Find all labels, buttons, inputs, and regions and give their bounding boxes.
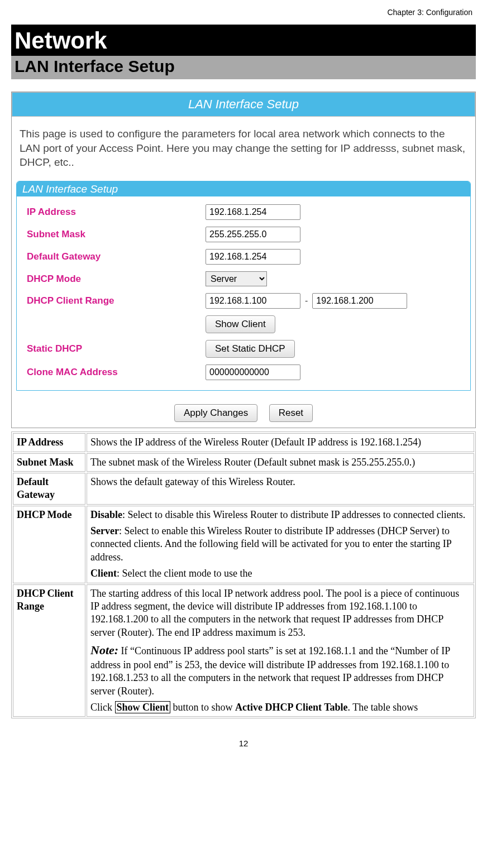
label-dhcp-mode: DHCP Mode (27, 274, 206, 285)
row-dhcp-mode: DHCP Mode Server (27, 268, 464, 290)
row-clone-mac: Clone MAC Address (27, 361, 464, 383)
row-static-dhcp: Static DHCP Set Static DHCP (27, 337, 464, 361)
def-key-range: DHCP Client Range (13, 584, 85, 717)
subsection-title: LAN Interface Setup (11, 56, 476, 79)
clone-mac-input[interactable] (206, 365, 300, 380)
table-row: DHCP Client Range The starting address o… (13, 584, 474, 717)
def-text-ip: Shows the IP address of the Wireless Rou… (87, 433, 474, 452)
screenshot-title-bar: LAN Interface Setup (12, 92, 475, 117)
row-dhcp-range: DHCP Client Range - (27, 290, 464, 312)
table-row: IP Address Shows the IP address of the W… (13, 433, 474, 452)
dhcp-range-start-input[interactable] (206, 293, 300, 309)
def-key-mask: Subnet Mask (13, 453, 85, 472)
screenshot-intro: This page is used to configure the param… (12, 117, 475, 181)
def-key-ip: IP Address (13, 433, 85, 452)
dhcp-range-end-input[interactable] (312, 293, 407, 309)
row-default-gateway: Default Gateway (27, 246, 464, 268)
page-number: 12 (11, 718, 476, 748)
def-key-gw: Default Gateway (13, 473, 85, 505)
show-client-button[interactable]: Show Client (206, 315, 275, 333)
ip-address-input[interactable] (206, 204, 300, 220)
label-default-gateway: Default Gateway (27, 251, 206, 262)
def-text-range: The starting address of this local IP ne… (87, 584, 474, 717)
def-text-mask: The subnet mask of the Wireless Router (… (87, 453, 474, 472)
reset-button[interactable]: Reset (269, 404, 313, 422)
label-dhcp-range: DHCP Client Range (27, 295, 206, 306)
def-text-gw: Shows the default gateway of this Wirele… (87, 473, 474, 505)
default-gateway-input[interactable] (206, 249, 300, 265)
range-separator: - (305, 296, 308, 306)
def-text-mode: Disable: Select to disable this Wireless… (87, 506, 474, 583)
def-key-mode: DHCP Mode (13, 506, 85, 583)
label-ip-address: IP Address (27, 207, 206, 218)
table-row: Default Gateway Shows the default gatewa… (13, 473, 474, 505)
label-static-dhcp: Static DHCP (27, 343, 206, 354)
row-ip-address: IP Address (27, 201, 464, 223)
table-row: DHCP Mode Disable: Select to disable thi… (13, 506, 474, 583)
form-area: IP Address Subnet Mask Default Gateway D… (17, 196, 470, 390)
set-static-dhcp-button[interactable]: Set Static DHCP (206, 340, 295, 358)
dhcp-mode-select[interactable]: Server (206, 271, 267, 286)
label-clone-mac: Clone MAC Address (27, 367, 206, 378)
row-show-client: Show Client (27, 312, 464, 337)
screenshot-region: LAN Interface Setup This page is used to… (11, 92, 476, 428)
chapter-header: Chapter 3: Configuration (11, 6, 476, 25)
label-subnet-mask: Subnet Mask (27, 229, 206, 240)
section-title: Network (11, 25, 476, 56)
action-buttons: Apply Changes Reset (12, 396, 475, 428)
row-subnet-mask: Subnet Mask (27, 223, 464, 246)
subnet-mask-input[interactable] (206, 227, 300, 242)
apply-changes-button[interactable]: Apply Changes (174, 404, 257, 422)
table-row: Subnet Mask The subnet mask of the Wirel… (13, 453, 474, 472)
lan-setup-panel: LAN Interface Setup IP Address Subnet Ma… (16, 181, 471, 391)
panel-title: LAN Interface Setup (17, 181, 470, 196)
definitions-table: IP Address Shows the IP address of the W… (11, 431, 476, 718)
